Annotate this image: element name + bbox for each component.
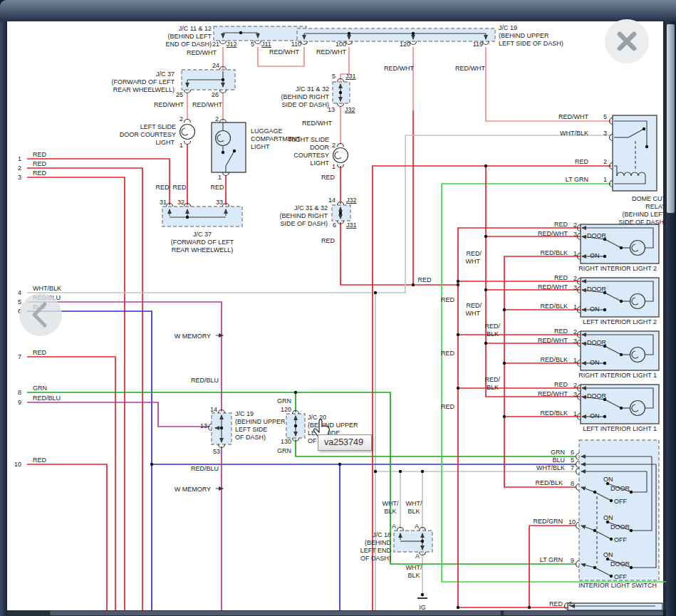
- close-button[interactable]: [605, 19, 649, 63]
- vertical-scrollbar-thumb[interactable]: [667, 24, 675, 213]
- diagram-viewer: J/C 11 & 12(BEHIND LEFTEND OF DASH)21J12…: [0, 0, 676, 616]
- diagram-canvas: [7, 21, 663, 610]
- window-frame-top: [0, 0, 676, 21]
- vertical-scrollbar[interactable]: [666, 21, 676, 616]
- x-icon: [605, 19, 649, 63]
- tooltip: va253749: [318, 434, 372, 451]
- chevron-left-icon: [19, 293, 62, 336]
- window-frame-left: [0, 21, 7, 616]
- horizontal-scrollbar-thumb[interactable]: [50, 611, 501, 615]
- horizontal-scrollbar-thumb[interactable]: [504, 611, 663, 615]
- back-button[interactable]: [19, 293, 62, 336]
- horizontal-scrollbar[interactable]: [7, 610, 663, 616]
